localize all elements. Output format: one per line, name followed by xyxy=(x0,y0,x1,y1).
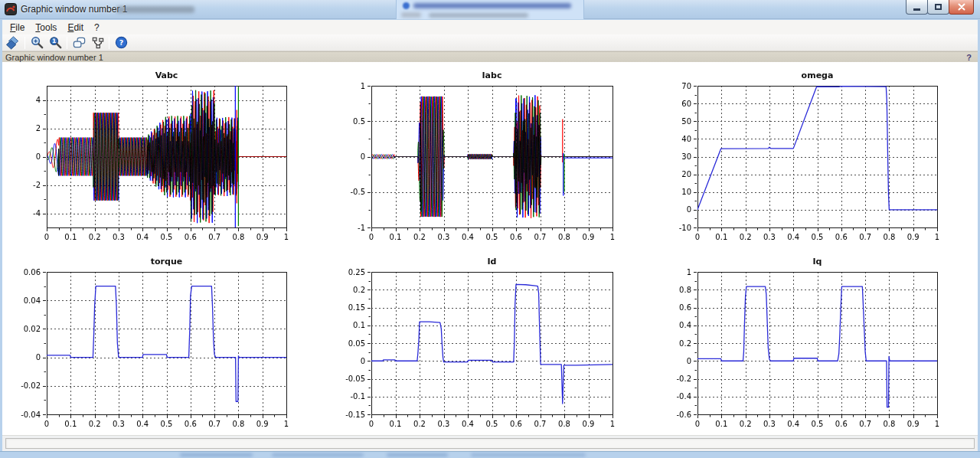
toolbar-separator xyxy=(67,37,67,49)
toolbar: 1 ? xyxy=(2,34,978,51)
plot-title: torque xyxy=(47,257,286,267)
rotate-icon xyxy=(6,35,21,50)
menu-item-edit[interactable]: Edit xyxy=(62,21,89,34)
window-border xyxy=(0,19,2,451)
plot-canvas-iq[interactable] xyxy=(653,248,978,435)
info-bar: Graphic window number 1 ? xyxy=(2,51,978,62)
blurred-text xyxy=(471,453,586,456)
toolbar-separator xyxy=(109,37,109,49)
blurred-text xyxy=(387,453,448,456)
window-controls xyxy=(906,0,974,15)
minimize-button[interactable] xyxy=(906,0,928,15)
svg-text:?: ? xyxy=(119,38,123,47)
background-desktop-strip xyxy=(0,451,980,458)
blurred-text xyxy=(180,453,253,456)
copy-figure-button[interactable] xyxy=(70,35,88,51)
maximize-icon xyxy=(935,4,942,10)
blurred-text xyxy=(401,12,421,18)
plot-canvas-iabc[interactable] xyxy=(327,62,653,248)
background-window-fragment xyxy=(396,0,584,19)
info-bar-title: Graphic window number 1 xyxy=(2,53,966,62)
plot-title: Vabc xyxy=(47,70,286,80)
blurred-text xyxy=(429,13,528,18)
plot-canvas-torque[interactable] xyxy=(2,248,327,435)
original-view-button[interactable]: 1 xyxy=(46,35,64,51)
subplot-iabc: Iabc xyxy=(327,62,653,248)
ged-icon xyxy=(90,35,105,50)
svg-text:1: 1 xyxy=(51,38,55,44)
info-bar-help[interactable]: ? xyxy=(966,53,978,62)
plots-area: Vabc Iabc omega torque Id Iq xyxy=(2,62,978,435)
zoom-area-button[interactable] xyxy=(28,35,46,51)
plot-canvas-vabc[interactable] xyxy=(2,62,327,248)
blurred-text xyxy=(413,3,571,8)
status-bar xyxy=(2,435,978,451)
close-icon xyxy=(958,3,965,11)
blurred-text xyxy=(272,453,364,456)
help-button[interactable]: ? xyxy=(112,35,130,51)
subplot-torque: torque xyxy=(2,248,327,435)
plot-title: Iq xyxy=(697,257,937,267)
zoom-area-icon xyxy=(30,35,44,50)
minimize-icon xyxy=(913,8,920,11)
copy-figure-icon xyxy=(72,35,87,50)
status-panel xyxy=(5,438,975,449)
plot-title: Iabc xyxy=(371,70,612,80)
rotate-button[interactable] xyxy=(4,35,22,51)
plot-title: Id xyxy=(371,257,612,267)
subplot-omega: omega xyxy=(653,62,978,248)
original-view-icon: 1 xyxy=(48,35,63,50)
plot-canvas-id[interactable] xyxy=(327,248,653,435)
subplot-vabc: Vabc xyxy=(2,62,327,248)
menu-item-tools[interactable]: Tools xyxy=(30,21,62,34)
plot-title: omega xyxy=(697,70,937,80)
ged-button[interactable] xyxy=(88,35,106,51)
scilab-icon xyxy=(5,3,17,15)
help-icon: ? xyxy=(114,35,129,50)
menu-item-help[interactable]: ? xyxy=(89,21,105,34)
menu-item-file[interactable]: File xyxy=(5,21,30,34)
window-title: Graphic window number 1 xyxy=(21,4,127,15)
menu-bar: File Tools Edit ? xyxy=(2,20,978,34)
blurred-text xyxy=(116,6,194,13)
subplot-iq: Iq xyxy=(653,248,978,435)
plot-canvas-omega[interactable] xyxy=(653,62,978,248)
blurred-status-icon xyxy=(403,2,410,9)
toolbar-separator xyxy=(24,37,25,49)
title-bar: Graphic window number 1 xyxy=(0,0,980,19)
subplot-id: Id xyxy=(327,248,653,435)
close-button[interactable] xyxy=(949,0,974,15)
maximize-button[interactable] xyxy=(927,0,949,15)
